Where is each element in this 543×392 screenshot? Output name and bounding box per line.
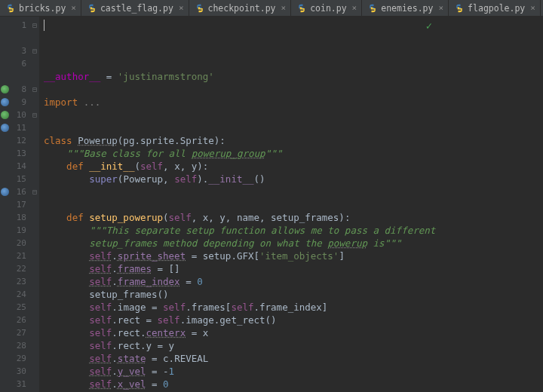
code-line[interactable] [44,198,435,211]
line-number: 15 [11,173,26,185]
line-number: 1 [11,19,26,32]
close-icon[interactable]: × [71,3,76,13]
code-line[interactable]: __author__ = 'justinarmstrong' [44,70,435,83]
line-number: 18 [11,211,26,224]
code-line[interactable] [44,185,435,198]
line-number: 8 [11,83,26,96]
python-file-icon [455,4,464,13]
fold-toggle[interactable]: ⊟ [30,19,39,32]
fold-toggle [30,70,39,83]
code-line[interactable]: self.rect = self.image.get_rect() [44,314,435,326]
code-line[interactable]: class Powerup(pg.sprite.Sprite): [44,134,435,147]
line-number: 28 [11,339,26,352]
line-number: 16 [11,185,26,198]
text-caret [44,20,44,31]
close-icon[interactable]: × [438,3,443,13]
line-number: 22 [11,262,26,275]
fold-toggle[interactable]: ⊟ [30,83,39,96]
line-number: 12 [11,134,26,147]
line-number: 27 [11,326,26,339]
fold-toggle [30,57,39,70]
python-file-icon [368,4,377,13]
line-number: 26 [11,314,26,326]
fold-toggle [30,147,39,160]
close-icon[interactable]: × [281,3,287,13]
python-file-icon [297,4,306,13]
code-line[interactable]: self.rect.y = y [44,339,435,352]
code-line[interactable]: def setup_powerup(self, x, y, name, setu… [44,211,435,224]
override-gutter-icon[interactable] [1,98,9,106]
code-area[interactable]: ✓ __author__ = 'justinarmstrong' import … [39,17,435,392]
tab-castle_flag-py[interactable]: castle_flag.py× [81,0,189,16]
line-number: 25 [11,301,26,314]
code-line[interactable]: self.x_vel = 0 [44,378,435,390]
fold-toggle [30,134,39,147]
fold-toggle[interactable]: ⊟ [30,109,39,121]
run-gutter-icon[interactable] [1,85,9,93]
python-file-icon [87,4,97,13]
code-line[interactable] [44,109,435,121]
fold-gutter: ⊟⊟⊟⊟⊟ [30,17,39,392]
fold-toggle [30,275,39,288]
fold-toggle [30,211,39,224]
line-number: 31 [11,378,26,390]
code-line[interactable] [44,83,435,96]
tab-flagpole-py[interactable]: flagpole.py× [449,0,541,16]
fold-toggle [30,378,39,390]
line-number: 13 [11,147,26,160]
override-gutter-icon[interactable] [1,124,9,132]
code-line[interactable]: self.frames = [] [44,262,435,275]
line-number: 24 [11,288,26,301]
line-number: 29 [11,352,26,365]
run-gutter-icon[interactable] [1,111,9,119]
fold-toggle [30,301,39,314]
fold-toggle [30,250,39,262]
code-line[interactable]: import ... [44,96,435,109]
line-number: 3 [11,44,26,57]
code-line[interactable]: """Base class for all powerup_group""" [44,147,435,160]
line-number: 30 [11,365,26,378]
line-number: 11 [11,121,26,134]
fold-toggle [30,32,39,44]
override-gutter-icon[interactable] [1,188,9,196]
tab-coin-py[interactable]: coin.py× [291,0,362,16]
code-line[interactable]: """This separate setup function allows m… [44,224,435,237]
line-number: 17 [11,198,26,211]
close-icon[interactable]: × [179,3,184,13]
fold-toggle [30,224,39,237]
tab-label: enemies.py [381,3,433,14]
code-line[interactable]: self.image = self.frames[self.frame_inde… [44,301,435,314]
fold-toggle [30,96,39,109]
fold-toggle[interactable]: ⊟ [30,44,39,57]
close-icon[interactable]: × [530,3,535,13]
close-icon[interactable]: × [352,3,357,13]
line-number: 10 [11,109,26,121]
code-line[interactable]: self.sprite_sheet = setup.GFX['item_obje… [44,250,435,262]
fold-toggle [30,237,39,250]
code-line[interactable]: self.frame_index = 0 [44,275,435,288]
code-line[interactable]: self.y_vel = -1 [44,365,435,378]
tab-label: flagpole.py [468,3,525,14]
tab-label: castle_flag.py [100,3,173,14]
fold-toggle [30,198,39,211]
code-line[interactable]: self.rect.centerx = x [44,326,435,339]
editor-area: 1368910111213141516171819202122232425262… [0,17,543,392]
python-file-icon [195,4,204,13]
code-line[interactable]: setup_frames method depending on what th… [44,237,435,250]
code-line[interactable]: def __init__(self, x, y): [44,160,435,173]
fold-toggle [30,262,39,275]
gutter-marks [0,17,11,392]
line-number: 9 [11,96,26,109]
code-line[interactable]: setup_frames() [44,288,435,301]
tab-enemies-py[interactable]: enemies.py× [362,0,449,16]
code-line[interactable] [44,121,435,134]
line-number [11,70,26,83]
code-line[interactable]: super(Powerup, self).__init__() [44,173,435,185]
fold-toggle[interactable]: ⊟ [30,185,39,198]
line-number: 6 [11,57,26,70]
fold-toggle [30,121,39,134]
line-number: 19 [11,224,26,237]
code-line[interactable]: self.state = c.REVEAL [44,352,435,365]
tab-checkpoint-py[interactable]: checkpoint.py× [189,0,292,16]
tab-bricks-py[interactable]: bricks.py× [0,0,81,16]
